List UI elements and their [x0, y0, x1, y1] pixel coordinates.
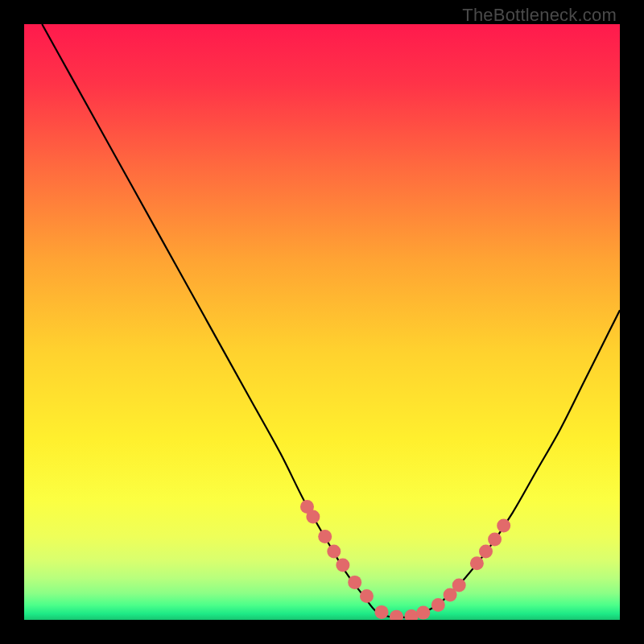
data-marker	[327, 544, 341, 558]
data-marker	[348, 576, 361, 589]
curve-layer	[24, 24, 620, 620]
data-marker	[306, 510, 320, 523]
data-marker	[405, 609, 419, 620]
data-marker	[375, 605, 389, 619]
data-marker	[318, 530, 332, 543]
data-marker	[488, 533, 502, 547]
bottleneck-curve	[42, 24, 620, 617]
data-marker	[336, 558, 349, 572]
marker-group	[300, 500, 510, 620]
data-marker	[390, 610, 403, 620]
data-marker	[452, 579, 466, 592]
data-marker	[360, 589, 374, 603]
data-marker	[479, 544, 493, 558]
data-marker	[416, 606, 430, 620]
plot-area	[24, 24, 620, 620]
data-marker	[470, 556, 484, 570]
data-marker	[497, 519, 510, 533]
watermark-text: TheBottleneck.com	[462, 5, 617, 26]
data-marker	[431, 598, 445, 612]
chart-frame: TheBottleneck.com	[0, 0, 644, 644]
